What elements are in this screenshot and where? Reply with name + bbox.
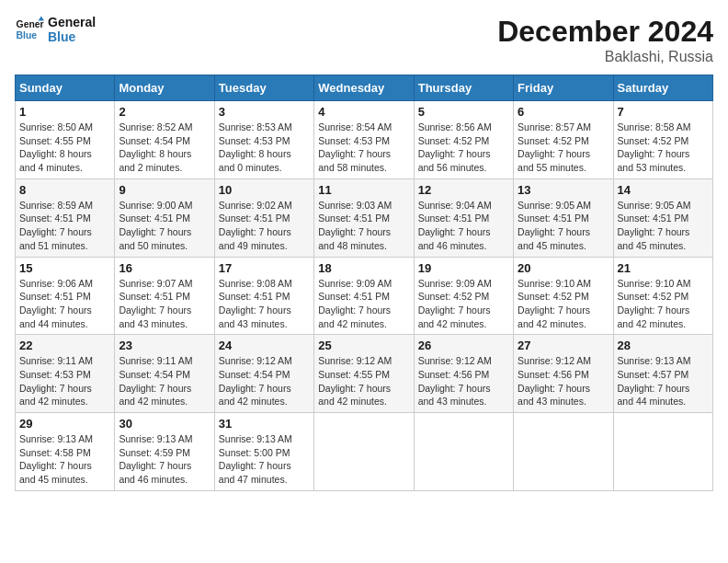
day-info: Sunrise: 8:57 AM Sunset: 4:52 PM Dayligh…	[518, 121, 609, 175]
col-monday: Monday	[115, 75, 214, 101]
calendar-cell	[613, 413, 712, 491]
calendar-table: Sunday Monday Tuesday Wednesday Thursday…	[15, 75, 713, 491]
day-info: Sunrise: 9:02 AM Sunset: 4:51 PM Dayligh…	[219, 199, 310, 253]
day-info: Sunrise: 8:56 AM Sunset: 4:52 PM Dayligh…	[418, 121, 509, 175]
calendar-cell	[414, 413, 513, 491]
calendar-cell: 20Sunrise: 9:10 AM Sunset: 4:52 PM Dayli…	[514, 257, 613, 335]
day-number: 25	[318, 339, 409, 352]
calendar-cell: 27Sunrise: 9:12 AM Sunset: 4:56 PM Dayli…	[514, 335, 613, 413]
calendar-cell: 12Sunrise: 9:04 AM Sunset: 4:51 PM Dayli…	[414, 178, 513, 257]
day-info: Sunrise: 9:03 AM Sunset: 4:51 PM Dayligh…	[318, 199, 409, 253]
calendar-cell: 9Sunrise: 9:00 AM Sunset: 4:51 PM Daylig…	[115, 178, 214, 257]
calendar-cell: 7Sunrise: 8:58 AM Sunset: 4:52 PM Daylig…	[613, 101, 712, 179]
svg-text:General: General	[17, 19, 44, 29]
day-number: 17	[219, 261, 310, 275]
day-number: 1	[19, 105, 110, 119]
col-wednesday: Wednesday	[314, 75, 414, 101]
col-friday: Friday	[514, 75, 613, 101]
day-info: Sunrise: 8:52 AM Sunset: 4:54 PM Dayligh…	[119, 121, 210, 175]
day-info: Sunrise: 9:04 AM Sunset: 4:51 PM Dayligh…	[418, 199, 509, 253]
calendar-cell: 16Sunrise: 9:07 AM Sunset: 4:51 PM Dayli…	[115, 257, 214, 335]
day-info: Sunrise: 9:08 AM Sunset: 4:51 PM Dayligh…	[219, 277, 310, 331]
calendar-cell: 19Sunrise: 9:09 AM Sunset: 4:52 PM Dayli…	[414, 257, 513, 335]
day-number: 15	[19, 261, 110, 275]
day-info: Sunrise: 9:11 AM Sunset: 4:53 PM Dayligh…	[19, 354, 110, 408]
day-number: 4	[318, 105, 409, 119]
day-number: 7	[618, 105, 709, 119]
calendar-cell: 4Sunrise: 8:54 AM Sunset: 4:53 PM Daylig…	[314, 101, 414, 179]
day-number: 23	[119, 339, 210, 352]
col-saturday: Saturday	[613, 75, 712, 101]
page-header: General Blue General Blue December 2024 …	[15, 15, 713, 65]
day-info: Sunrise: 9:13 AM Sunset: 4:59 PM Dayligh…	[119, 432, 210, 487]
day-number: 24	[219, 339, 310, 352]
calendar-cell: 17Sunrise: 9:08 AM Sunset: 4:51 PM Dayli…	[214, 257, 313, 335]
calendar-cell: 24Sunrise: 9:12 AM Sunset: 4:54 PM Dayli…	[214, 335, 313, 413]
day-info: Sunrise: 9:06 AM Sunset: 4:51 PM Dayligh…	[19, 277, 110, 331]
calendar-cell: 31Sunrise: 9:13 AM Sunset: 5:00 PM Dayli…	[214, 413, 313, 491]
day-number: 8	[19, 183, 110, 197]
calendar-cell: 3Sunrise: 8:53 AM Sunset: 4:53 PM Daylig…	[214, 101, 313, 179]
day-info: Sunrise: 9:13 AM Sunset: 5:00 PM Dayligh…	[219, 432, 310, 487]
calendar-cell: 28Sunrise: 9:13 AM Sunset: 4:57 PM Dayli…	[613, 335, 712, 413]
day-number: 11	[318, 183, 409, 197]
svg-text:Blue: Blue	[17, 30, 38, 40]
calendar-cell: 18Sunrise: 9:09 AM Sunset: 4:51 PM Dayli…	[314, 257, 414, 335]
calendar-cell: 25Sunrise: 9:12 AM Sunset: 4:55 PM Dayli…	[314, 335, 414, 413]
day-info: Sunrise: 9:09 AM Sunset: 4:52 PM Dayligh…	[418, 277, 509, 331]
calendar-cell: 2Sunrise: 8:52 AM Sunset: 4:54 PM Daylig…	[115, 101, 214, 179]
day-number: 2	[119, 105, 210, 119]
day-number: 30	[119, 417, 210, 431]
day-info: Sunrise: 9:10 AM Sunset: 4:52 PM Dayligh…	[618, 277, 709, 331]
calendar-header-row: Sunday Monday Tuesday Wednesday Thursday…	[16, 75, 713, 101]
logo-text-general: General	[48, 15, 96, 29]
calendar-cell: 8Sunrise: 8:59 AM Sunset: 4:51 PM Daylig…	[16, 178, 115, 257]
day-info: Sunrise: 9:13 AM Sunset: 4:58 PM Dayligh…	[19, 432, 110, 487]
day-number: 12	[418, 183, 509, 197]
day-number: 9	[119, 183, 210, 197]
col-thursday: Thursday	[414, 75, 513, 101]
day-info: Sunrise: 9:13 AM Sunset: 4:57 PM Dayligh…	[618, 354, 709, 408]
day-info: Sunrise: 8:53 AM Sunset: 4:53 PM Dayligh…	[219, 121, 310, 175]
day-number: 18	[318, 261, 409, 275]
day-info: Sunrise: 9:12 AM Sunset: 4:55 PM Dayligh…	[318, 354, 409, 408]
day-info: Sunrise: 8:50 AM Sunset: 4:55 PM Dayligh…	[19, 121, 110, 175]
day-number: 27	[518, 339, 609, 352]
week-row-1: 1Sunrise: 8:50 AM Sunset: 4:55 PM Daylig…	[16, 101, 713, 179]
location-title: Baklashi, Russia	[497, 49, 713, 65]
calendar-cell: 26Sunrise: 9:12 AM Sunset: 4:56 PM Dayli…	[414, 335, 513, 413]
calendar-cell: 23Sunrise: 9:11 AM Sunset: 4:54 PM Dayli…	[115, 335, 214, 413]
logo-text-blue: Blue	[48, 29, 96, 44]
month-title: December 2024	[497, 15, 713, 49]
day-number: 10	[219, 183, 310, 197]
calendar-cell: 22Sunrise: 9:11 AM Sunset: 4:53 PM Dayli…	[16, 335, 115, 413]
calendar-cell: 10Sunrise: 9:02 AM Sunset: 4:51 PM Dayli…	[214, 178, 313, 257]
day-number: 3	[219, 105, 310, 119]
calendar-cell: 21Sunrise: 9:10 AM Sunset: 4:52 PM Dayli…	[613, 257, 712, 335]
day-info: Sunrise: 9:11 AM Sunset: 4:54 PM Dayligh…	[119, 354, 210, 408]
week-row-5: 29Sunrise: 9:13 AM Sunset: 4:58 PM Dayli…	[16, 413, 713, 491]
day-info: Sunrise: 9:12 AM Sunset: 4:56 PM Dayligh…	[518, 354, 609, 408]
day-number: 28	[618, 339, 709, 352]
day-number: 20	[518, 261, 609, 275]
title-area: December 2024 Baklashi, Russia	[497, 15, 713, 65]
logo-icon: General Blue	[15, 15, 44, 44]
day-info: Sunrise: 9:10 AM Sunset: 4:52 PM Dayligh…	[518, 277, 609, 331]
day-number: 14	[618, 183, 709, 197]
day-number: 16	[119, 261, 210, 275]
day-number: 6	[518, 105, 609, 119]
day-info: Sunrise: 8:54 AM Sunset: 4:53 PM Dayligh…	[318, 121, 409, 175]
day-info: Sunrise: 8:58 AM Sunset: 4:52 PM Dayligh…	[618, 121, 709, 175]
calendar-cell: 6Sunrise: 8:57 AM Sunset: 4:52 PM Daylig…	[514, 101, 613, 179]
day-info: Sunrise: 8:59 AM Sunset: 4:51 PM Dayligh…	[19, 199, 110, 253]
day-number: 29	[19, 417, 110, 431]
day-number: 31	[219, 417, 310, 431]
calendar-cell: 1Sunrise: 8:50 AM Sunset: 4:55 PM Daylig…	[16, 101, 115, 179]
week-row-3: 15Sunrise: 9:06 AM Sunset: 4:51 PM Dayli…	[16, 257, 713, 335]
calendar-cell: 5Sunrise: 8:56 AM Sunset: 4:52 PM Daylig…	[414, 101, 513, 179]
day-number: 13	[518, 183, 609, 197]
week-row-4: 22Sunrise: 9:11 AM Sunset: 4:53 PM Dayli…	[16, 335, 713, 413]
calendar-cell	[514, 413, 613, 491]
logo: General Blue General Blue	[15, 15, 96, 44]
day-number: 26	[418, 339, 509, 352]
